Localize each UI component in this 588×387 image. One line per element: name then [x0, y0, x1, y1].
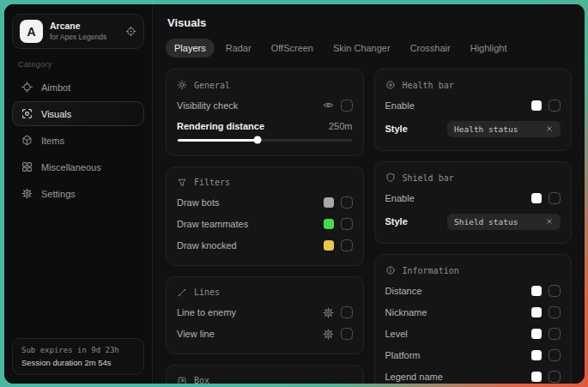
app-name: Arcane: [50, 21, 106, 33]
shield-style-row: Style Shield status: [385, 209, 561, 234]
panel-general: General Visibility check Rendering dista…: [166, 69, 364, 156]
panel-box: Box Enable Enable background: [166, 365, 364, 384]
close-icon[interactable]: [545, 124, 554, 133]
sidebar: A Arcane for Apex Legends Category Aimbo…: [4, 4, 153, 384]
panel-lines: Lines Line to enemy View line: [166, 276, 364, 354]
visibility-check-row: Visibility check: [177, 94, 353, 116]
grid-icon: [21, 161, 33, 172]
cube-icon: [21, 135, 33, 146]
sidebar-item-label: Visuals: [41, 109, 71, 119]
subscription-status: Sub expires in 9d 23h: [21, 346, 135, 354]
main-content: Visuals Players Radar OffScreen Skin Cha…: [153, 4, 585, 384]
rendering-distance-value: 250m: [329, 121, 353, 131]
tab-players[interactable]: Players: [166, 39, 215, 57]
draw-teammates-row: Draw teammates: [177, 214, 353, 235]
color-swatch[interactable]: [531, 100, 542, 111]
health-style-row: Style Health status: [385, 116, 561, 142]
session-info-box: Sub expires in 9d 23h Session duration 2…: [12, 338, 144, 375]
level-row: Level: [385, 323, 561, 344]
panel-shield-bar: Shield bar Enable Style Shield status: [374, 161, 573, 244]
sidebar-item-label: Settings: [41, 189, 76, 199]
panel-title: Filters: [194, 178, 230, 187]
visibility-check-checkbox[interactable]: [341, 100, 353, 112]
color-swatch[interactable]: [531, 350, 542, 360]
panel-title: Health bar: [403, 81, 454, 90]
sidebar-item-label: Items: [41, 136, 64, 146]
draw-teammates-checkbox[interactable]: [341, 218, 353, 230]
view-line-checkbox[interactable]: [341, 328, 353, 340]
legend-name-checkbox[interactable]: [549, 371, 561, 383]
tab-crosshair[interactable]: Crosshair: [402, 39, 459, 57]
close-icon[interactable]: [545, 217, 554, 226]
app-window: A Arcane for Apex Legends Category Aimbo…: [4, 4, 585, 384]
view-line-row: View line: [177, 324, 353, 345]
eye-icon[interactable]: [323, 100, 334, 111]
sidebar-item-label: Miscellaneous: [41, 162, 101, 172]
app-title-block: Arcane for Apex Legends: [50, 21, 106, 42]
left-column: General Visibility check Rendering dista…: [166, 69, 364, 384]
right-column: Health bar Enable Style Health status: [374, 69, 573, 384]
crosshair-icon: [21, 82, 33, 93]
shield-enable-checkbox[interactable]: [549, 192, 561, 204]
app-logo: A: [20, 20, 43, 43]
draw-bots-row: Draw bots: [177, 192, 353, 214]
color-swatch[interactable]: [324, 219, 334, 229]
line-to-enemy-row: Line to enemy: [177, 302, 353, 324]
slider-thumb[interactable]: [254, 136, 262, 144]
rendering-distance-row: Rendering distance 250m: [177, 116, 353, 133]
health-style-select[interactable]: Health status: [447, 121, 561, 137]
color-swatch[interactable]: [531, 193, 542, 203]
distance-row: Distance: [385, 280, 561, 301]
distance-checkbox[interactable]: [549, 285, 561, 297]
target-icon[interactable]: [125, 26, 136, 37]
color-swatch[interactable]: [531, 329, 542, 339]
line-to-enemy-checkbox[interactable]: [341, 306, 353, 318]
tab-skin-changer[interactable]: Skin Changer: [324, 39, 399, 57]
health-enable-checkbox[interactable]: [549, 100, 561, 112]
info-icon: [385, 265, 396, 275]
nickname-checkbox[interactable]: [549, 306, 561, 318]
funnel-icon: [177, 178, 187, 188]
color-swatch[interactable]: [531, 286, 542, 296]
category-label: Category: [18, 60, 138, 69]
gear-icon[interactable]: [323, 307, 334, 318]
sidebar-item-items[interactable]: Items: [12, 128, 144, 153]
nickname-row: Nickname: [385, 301, 561, 323]
draw-bots-checkbox[interactable]: [341, 197, 353, 209]
draw-knocked-checkbox[interactable]: [341, 239, 353, 251]
legend-name-row: Legend name: [385, 366, 561, 384]
panel-title: General: [194, 81, 230, 90]
panel-title: Lines: [194, 287, 220, 297]
app-subtitle: for Apex Legends: [50, 33, 106, 42]
sidebar-item-aimbot[interactable]: Aimbot: [12, 75, 144, 100]
tab-radar[interactable]: Radar: [217, 39, 260, 57]
rendering-distance-slider[interactable]: [178, 139, 352, 142]
session-duration: Session duration 2m 54s: [21, 358, 135, 367]
panel-filters: Filters Draw bots Draw teammates: [166, 166, 364, 266]
sidebar-item-visuals[interactable]: Visuals: [12, 101, 144, 126]
color-swatch[interactable]: [324, 240, 334, 251]
tab-offscreen[interactable]: OffScreen: [263, 39, 322, 57]
sidebar-item-settings[interactable]: Settings: [12, 181, 144, 206]
platform-checkbox[interactable]: [549, 349, 561, 361]
gear-icon[interactable]: [323, 329, 334, 340]
level-checkbox[interactable]: [549, 328, 561, 340]
shield-style-select[interactable]: Shield status: [447, 214, 561, 230]
app-header: A Arcane for Apex Legends: [12, 14, 144, 49]
box-icon: [177, 376, 187, 384]
line-icon: [177, 287, 187, 298]
tab-highlight[interactable]: Highlight: [462, 39, 516, 57]
health-enable-row: Enable: [385, 94, 561, 116]
panel-information: Information Distance Nickname: [374, 254, 573, 384]
color-swatch[interactable]: [531, 372, 542, 382]
health-icon: [385, 80, 396, 90]
panel-title: Shield bar: [403, 173, 454, 183]
tab-bar: Players Radar OffScreen Skin Changer Cro…: [166, 39, 572, 57]
sidebar-item-miscellaneous[interactable]: Miscellaneous: [12, 154, 144, 179]
color-swatch[interactable]: [531, 307, 542, 317]
color-swatch[interactable]: [324, 197, 334, 208]
platform-row: Platform: [385, 344, 561, 366]
sidebar-menu: Aimbot Visuals Items Miscellaneous Setti…: [12, 75, 144, 206]
panel-title: Box: [194, 376, 209, 384]
shield-enable-row: Enable: [385, 187, 561, 209]
